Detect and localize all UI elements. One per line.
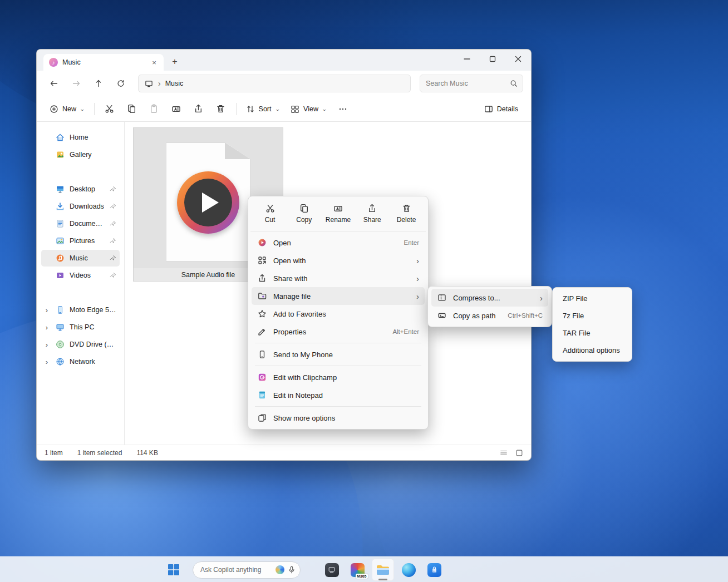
zip-folder-icon — [437, 293, 446, 303]
maximize-button[interactable] — [480, 50, 505, 68]
chevron-expand-icon[interactable]: › — [43, 323, 50, 332]
sidebar-item-home[interactable]: Home — [41, 129, 120, 146]
edge-icon[interactable] — [397, 559, 420, 581]
rename-quick-button[interactable]: Rename — [322, 200, 355, 228]
close-button[interactable] — [505, 50, 531, 68]
compress-to-submenu: ZIP File 7z File TAR File Additional opt… — [552, 287, 632, 362]
pin-icon — [110, 255, 116, 262]
menu-item-share-with[interactable]: Share with › — [252, 269, 425, 287]
pictures-icon — [55, 236, 65, 246]
sidebar-item-documents[interactable]: Documents — [41, 215, 120, 232]
sidebar-item-dvd-drive[interactable]: › DVD Drive (D:) CCC — [41, 336, 120, 353]
music-folder-icon — [55, 254, 65, 263]
sidebar-item-moto-edge[interactable]: › Moto Edge 50 Neo — [41, 302, 120, 318]
start-button[interactable] — [163, 559, 185, 581]
menu-item-label: Properties — [273, 328, 386, 336]
menu-item-manage-file[interactable]: Manage file › — [252, 287, 425, 305]
clipchamp-icon — [257, 373, 267, 382]
tab-close-button[interactable]: × — [149, 57, 159, 67]
up-button[interactable] — [89, 75, 108, 92]
copy-button[interactable] — [121, 100, 142, 119]
menu-item-shortcut: Alt+Enter — [392, 328, 419, 335]
monitor-icon — [144, 79, 154, 88]
device-app-icon[interactable] — [321, 559, 343, 581]
delete-button[interactable] — [210, 100, 232, 119]
menu-item-7z-file[interactable]: 7z File — [556, 307, 628, 324]
delete-quick-button[interactable]: Delete — [390, 200, 422, 228]
menu-item-copy-as-path[interactable]: Copy as path Ctrl+Shift+C — [431, 307, 548, 324]
minimize-button[interactable] — [454, 50, 480, 68]
menu-item-additional-options[interactable]: Additional options — [556, 342, 628, 359]
menu-item-send-to-phone[interactable]: Send to My Phone — [252, 346, 425, 363]
explorer-tab-music[interactable]: ♪ Music × — [43, 54, 164, 71]
menu-item-properties[interactable]: Properties Alt+Enter — [252, 323, 425, 341]
back-button[interactable] — [45, 75, 63, 92]
divider — [236, 103, 237, 115]
menu-item-label: Show more options — [273, 414, 419, 422]
menu-item-open[interactable]: Open Enter — [252, 234, 425, 251]
selected-count: 1 item selected — [77, 449, 122, 457]
chevron-expand-icon[interactable]: › — [43, 306, 50, 314]
m365-app-icon[interactable]: M365 — [346, 559, 368, 581]
sidebar-item-label: Music — [70, 254, 105, 262]
sidebar-item-desktop[interactable]: Desktop — [41, 181, 120, 198]
copilot-search-input[interactable] — [200, 566, 272, 574]
copilot-icon[interactable] — [276, 565, 284, 574]
sidebar-item-music[interactable]: Music — [41, 250, 120, 267]
menu-item-zip-file[interactable]: ZIP File — [556, 290, 628, 307]
new-tab-button[interactable]: + — [167, 54, 183, 70]
menu-item-edit-in-notepad[interactable]: Edit in Notepad — [252, 386, 425, 404]
menu-item-show-more-options[interactable]: Show more options — [252, 409, 425, 427]
sidebar-item-gallery[interactable]: Gallery — [41, 146, 120, 163]
cut-quick-button[interactable]: Cut — [254, 200, 286, 228]
refresh-button[interactable] — [111, 75, 130, 92]
file-explorer-taskbar-icon[interactable] — [372, 559, 394, 581]
sidebar-item-label: Downloads — [70, 203, 105, 210]
address-bar[interactable]: › Music — [138, 75, 411, 92]
sidebar-item-network[interactable]: › Network — [41, 353, 120, 370]
chevron-down-icon: ⌄ — [274, 106, 281, 112]
rename-button[interactable] — [166, 100, 187, 119]
menu-item-tar-file[interactable]: TAR File — [556, 324, 628, 342]
menu-item-add-to-favorites[interactable]: Add to Favorites — [252, 305, 425, 323]
copy-quick-button[interactable]: Copy — [288, 200, 320, 228]
new-button[interactable]: New ⌄ — [45, 100, 90, 119]
menu-item-edit-with-clipchamp[interactable]: Edit with Clipchamp — [252, 368, 425, 386]
paste-button[interactable] — [144, 100, 165, 119]
star-icon — [257, 309, 267, 319]
large-thumbnails-toggle[interactable] — [515, 449, 523, 457]
share-quick-button[interactable]: Share — [356, 200, 388, 228]
chevron-expand-icon[interactable]: › — [43, 358, 50, 366]
sort-button[interactable]: Sort ⌄ — [241, 100, 284, 119]
menu-item-shortcut: Ctrl+Shift+C — [508, 312, 543, 319]
play-circle-icon — [257, 238, 267, 248]
cut-button[interactable] — [99, 100, 120, 119]
quick-action-label: Delete — [397, 216, 416, 224]
menu-item-open-with[interactable]: Open with › — [252, 251, 425, 269]
menu-item-compress-to[interactable]: Compress to... › — [431, 289, 548, 307]
sidebar-item-label: Gallery — [70, 151, 116, 159]
chevron-expand-icon[interactable]: › — [43, 341, 50, 349]
quick-action-label: Cut — [265, 216, 276, 224]
sidebar-item-this-pc[interactable]: › This PC — [41, 319, 120, 336]
sidebar-item-downloads[interactable]: Downloads — [41, 198, 120, 215]
search-input[interactable] — [426, 80, 509, 87]
sidebar-item-pictures[interactable]: Pictures — [41, 233, 120, 249]
search-icon — [509, 79, 518, 88]
details-button[interactable]: Details — [479, 100, 523, 119]
tab-title: Music — [62, 58, 81, 66]
view-button[interactable]: View ⌄ — [286, 100, 331, 119]
microphone-icon[interactable] — [288, 566, 296, 574]
sidebar-item-label: Documents — [70, 220, 105, 228]
forward-button[interactable] — [67, 75, 86, 92]
more-options-button[interactable] — [332, 100, 353, 119]
store-icon[interactable] — [423, 559, 445, 581]
share-button[interactable] — [188, 100, 209, 119]
details-view-toggle[interactable] — [500, 449, 508, 457]
sidebar-item-label: Network — [70, 358, 116, 366]
navigation-bar: › Music — [37, 71, 531, 96]
taskbar-search[interactable] — [193, 561, 301, 579]
chevron-right-icon: › — [416, 274, 419, 283]
menu-separator — [255, 366, 421, 366]
sidebar-item-videos[interactable]: Videos — [41, 267, 120, 284]
